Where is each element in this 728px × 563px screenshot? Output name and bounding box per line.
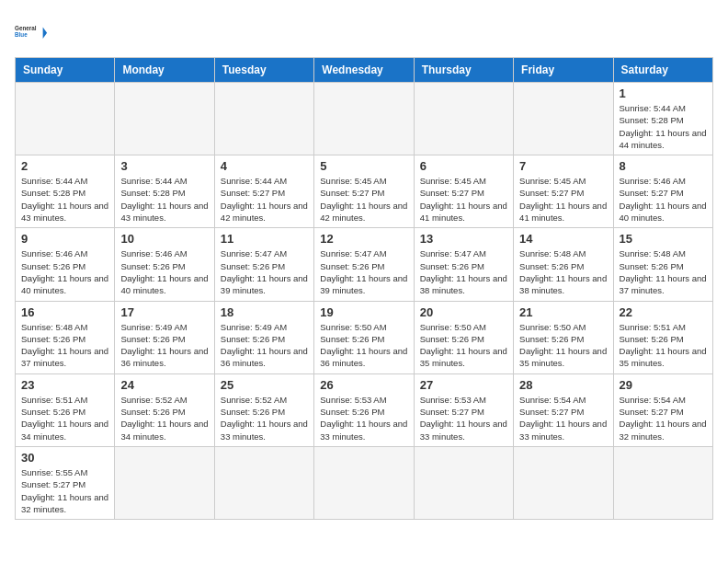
- calendar-cell: 18Sunrise: 5:49 AM Sunset: 5:26 PM Dayli…: [214, 301, 313, 373]
- day-number: 28: [519, 378, 607, 392]
- calendar-cell: 23Sunrise: 5:51 AM Sunset: 5:26 PM Dayli…: [16, 373, 115, 446]
- day-info: Sunrise: 5:55 AM Sunset: 5:27 PM Dayligh…: [21, 466, 108, 515]
- day-number: 3: [120, 159, 208, 173]
- calendar-cell: 10Sunrise: 5:46 AM Sunset: 5:26 PM Dayli…: [115, 228, 214, 301]
- day-number: 16: [21, 305, 108, 319]
- calendar-week-row: 9Sunrise: 5:46 AM Sunset: 5:26 PM Daylig…: [16, 228, 713, 301]
- calendar-cell: 25Sunrise: 5:52 AM Sunset: 5:26 PM Dayli…: [214, 373, 313, 446]
- calendar-cell: [314, 83, 414, 155]
- svg-text:General: General: [15, 25, 37, 31]
- day-info: Sunrise: 5:45 AM Sunset: 5:27 PM Dayligh…: [320, 175, 407, 224]
- calendar-header-row: SundayMondayTuesdayWednesdayThursdayFrid…: [16, 58, 713, 83]
- day-number: 1: [620, 86, 707, 100]
- day-info: Sunrise: 5:44 AM Sunset: 5:28 PM Dayligh…: [620, 102, 707, 151]
- day-info: Sunrise: 5:48 AM Sunset: 5:26 PM Dayligh…: [519, 247, 607, 296]
- calendar-week-row: 1Sunrise: 5:44 AM Sunset: 5:28 PM Daylig…: [16, 83, 713, 155]
- day-info: Sunrise: 5:51 AM Sunset: 5:26 PM Dayligh…: [21, 394, 108, 442]
- calendar-cell: 29Sunrise: 5:54 AM Sunset: 5:27 PM Dayli…: [613, 373, 712, 446]
- day-number: 10: [120, 232, 208, 246]
- calendar-cell: 19Sunrise: 5:50 AM Sunset: 5:26 PM Dayli…: [314, 301, 414, 373]
- calendar-cell: 17Sunrise: 5:49 AM Sunset: 5:26 PM Dayli…: [115, 301, 214, 373]
- calendar-cell: [115, 83, 214, 155]
- day-info: Sunrise: 5:52 AM Sunset: 5:26 PM Dayligh…: [221, 394, 308, 442]
- calendar-cell: 20Sunrise: 5:50 AM Sunset: 5:26 PM Dayli…: [414, 301, 513, 373]
- day-number: 15: [620, 232, 707, 246]
- day-info: Sunrise: 5:54 AM Sunset: 5:27 PM Dayligh…: [620, 394, 707, 442]
- day-info: Sunrise: 5:49 AM Sunset: 5:26 PM Dayligh…: [221, 321, 308, 370]
- calendar-cell: 4Sunrise: 5:44 AM Sunset: 5:27 PM Daylig…: [214, 155, 313, 228]
- day-number: 20: [420, 305, 507, 319]
- col-header-friday: Friday: [514, 58, 613, 83]
- logo: GeneralBlue: [15, 15, 48, 48]
- day-info: Sunrise: 5:46 AM Sunset: 5:26 PM Dayligh…: [120, 247, 208, 296]
- day-number: 12: [320, 232, 407, 246]
- day-info: Sunrise: 5:50 AM Sunset: 5:26 PM Dayligh…: [519, 321, 607, 370]
- calendar-cell: [414, 83, 513, 155]
- calendar-cell: [414, 446, 513, 519]
- day-info: Sunrise: 5:50 AM Sunset: 5:26 PM Dayligh…: [420, 321, 507, 370]
- col-header-tuesday: Tuesday: [214, 58, 313, 83]
- calendar-cell: [16, 83, 115, 155]
- day-number: 17: [120, 305, 208, 319]
- calendar-cell: 30Sunrise: 5:55 AM Sunset: 5:27 PM Dayli…: [16, 446, 115, 519]
- day-number: 22: [620, 305, 707, 319]
- calendar-cell: 1Sunrise: 5:44 AM Sunset: 5:28 PM Daylig…: [613, 83, 712, 155]
- page-header: GeneralBlue: [15, 15, 713, 48]
- day-info: Sunrise: 5:53 AM Sunset: 5:26 PM Dayligh…: [320, 394, 407, 442]
- calendar-cell: 5Sunrise: 5:45 AM Sunset: 5:27 PM Daylig…: [314, 155, 414, 228]
- calendar-cell: 13Sunrise: 5:47 AM Sunset: 5:26 PM Dayli…: [414, 228, 513, 301]
- day-info: Sunrise: 5:48 AM Sunset: 5:26 PM Dayligh…: [620, 247, 707, 296]
- day-info: Sunrise: 5:44 AM Sunset: 5:28 PM Dayligh…: [120, 175, 208, 224]
- col-header-saturday: Saturday: [613, 58, 712, 83]
- calendar-cell: 16Sunrise: 5:48 AM Sunset: 5:26 PM Dayli…: [16, 301, 115, 373]
- calendar-table: SundayMondayTuesdayWednesdayThursdayFrid…: [15, 57, 713, 520]
- day-info: Sunrise: 5:54 AM Sunset: 5:27 PM Dayligh…: [519, 394, 607, 442]
- calendar-cell: 26Sunrise: 5:53 AM Sunset: 5:26 PM Dayli…: [314, 373, 414, 446]
- day-info: Sunrise: 5:44 AM Sunset: 5:27 PM Dayligh…: [221, 175, 308, 224]
- calendar-cell: [214, 446, 313, 519]
- calendar-cell: 3Sunrise: 5:44 AM Sunset: 5:28 PM Daylig…: [115, 155, 214, 228]
- col-header-sunday: Sunday: [16, 58, 115, 83]
- day-info: Sunrise: 5:50 AM Sunset: 5:26 PM Dayligh…: [320, 321, 407, 370]
- calendar-cell: 21Sunrise: 5:50 AM Sunset: 5:26 PM Dayli…: [514, 301, 613, 373]
- day-number: 11: [221, 232, 308, 246]
- day-info: Sunrise: 5:46 AM Sunset: 5:26 PM Dayligh…: [21, 247, 108, 296]
- day-number: 25: [221, 378, 308, 392]
- day-number: 18: [221, 305, 308, 319]
- calendar-cell: 24Sunrise: 5:52 AM Sunset: 5:26 PM Dayli…: [115, 373, 214, 446]
- day-info: Sunrise: 5:45 AM Sunset: 5:27 PM Dayligh…: [420, 175, 507, 224]
- calendar-cell: 9Sunrise: 5:46 AM Sunset: 5:26 PM Daylig…: [16, 228, 115, 301]
- calendar-cell: [514, 446, 613, 519]
- calendar-cell: 27Sunrise: 5:53 AM Sunset: 5:27 PM Dayli…: [414, 373, 513, 446]
- day-number: 26: [320, 378, 407, 392]
- calendar-cell: 6Sunrise: 5:45 AM Sunset: 5:27 PM Daylig…: [414, 155, 513, 228]
- day-info: Sunrise: 5:52 AM Sunset: 5:26 PM Dayligh…: [120, 394, 208, 442]
- svg-marker-2: [43, 28, 48, 40]
- day-number: 14: [519, 232, 607, 246]
- calendar-cell: 7Sunrise: 5:45 AM Sunset: 5:27 PM Daylig…: [514, 155, 613, 228]
- calendar-cell: 12Sunrise: 5:47 AM Sunset: 5:26 PM Dayli…: [314, 228, 414, 301]
- day-number: 21: [519, 305, 607, 319]
- calendar-cell: [613, 446, 712, 519]
- logo-icon: GeneralBlue: [15, 15, 48, 48]
- calendar-cell: 28Sunrise: 5:54 AM Sunset: 5:27 PM Dayli…: [514, 373, 613, 446]
- day-info: Sunrise: 5:47 AM Sunset: 5:26 PM Dayligh…: [420, 247, 507, 296]
- day-info: Sunrise: 5:51 AM Sunset: 5:26 PM Dayligh…: [620, 321, 707, 370]
- calendar-cell: 22Sunrise: 5:51 AM Sunset: 5:26 PM Dayli…: [613, 301, 712, 373]
- day-info: Sunrise: 5:44 AM Sunset: 5:28 PM Dayligh…: [21, 175, 108, 224]
- calendar-cell: 11Sunrise: 5:47 AM Sunset: 5:26 PM Dayli…: [214, 228, 313, 301]
- day-number: 9: [21, 232, 108, 246]
- calendar-cell: [214, 83, 313, 155]
- calendar-cell: [115, 446, 214, 519]
- day-info: Sunrise: 5:53 AM Sunset: 5:27 PM Dayligh…: [420, 394, 507, 442]
- calendar-cell: [514, 83, 613, 155]
- day-number: 4: [221, 159, 308, 173]
- calendar-cell: 14Sunrise: 5:48 AM Sunset: 5:26 PM Dayli…: [514, 228, 613, 301]
- day-number: 13: [420, 232, 507, 246]
- day-info: Sunrise: 5:49 AM Sunset: 5:26 PM Dayligh…: [120, 321, 208, 370]
- calendar-week-row: 30Sunrise: 5:55 AM Sunset: 5:27 PM Dayli…: [16, 446, 713, 519]
- day-info: Sunrise: 5:47 AM Sunset: 5:26 PM Dayligh…: [320, 247, 407, 296]
- svg-text:Blue: Blue: [15, 31, 28, 38]
- day-number: 24: [120, 378, 208, 392]
- day-info: Sunrise: 5:45 AM Sunset: 5:27 PM Dayligh…: [519, 175, 607, 224]
